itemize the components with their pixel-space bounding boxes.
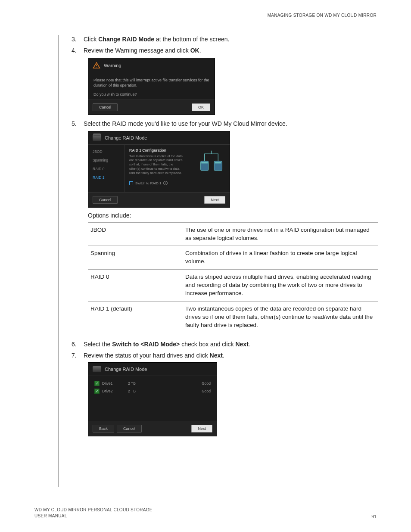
drive-ok-icon: ✓ [94, 389, 100, 394]
cancel-button[interactable]: Cancel [93, 103, 118, 111]
text: Select the [84, 341, 112, 348]
dialog-footer: Back Cancel Next [88, 421, 217, 436]
switch-raid-label: Switch to RAID 1 [135, 181, 161, 185]
dialog-title: Change RAID Mode [105, 135, 147, 140]
raid-config-description: Two instantaneous copies of the data are… [129, 154, 185, 175]
text: . [199, 47, 201, 54]
running-header: MANAGING STORAGE ON WD MY CLOUD MIRROR [34, 13, 377, 18]
step-number: 6. [72, 340, 84, 348]
option-name: JBOD [88, 222, 183, 246]
step-text: Click Change RAID Mode at the bottom of … [84, 35, 377, 44]
drive-size: 2 TB [128, 389, 154, 393]
content-column: 3. Click Change RAID Mode at the bottom … [58, 35, 377, 487]
cancel-button[interactable]: Cancel [93, 196, 118, 204]
text: Review the status of your hard drives an… [84, 352, 210, 359]
page-footer: WD MY CLOUD MIRROR PERSONAL CLOUD STORAG… [34, 507, 377, 519]
dialog-titlebar: Change RAID Mode [88, 363, 217, 376]
footer-subtitle: USER MANUAL [34, 513, 153, 519]
text: at the bottom of the screen. [154, 36, 229, 43]
hdd-icon [93, 366, 101, 372]
drive-row: ✓ Drive2 2 TB Good [94, 387, 211, 395]
step-number: 5. [72, 119, 84, 128]
next-button[interactable]: Next [204, 196, 225, 204]
drive-list: ✓ Drive1 2 TB Good ✓ Drive2 2 TB Good [88, 376, 217, 421]
option-desc: The use of one or more drives not in a R… [183, 222, 378, 246]
text: check box and click [180, 341, 235, 348]
bold-text: OK [190, 47, 199, 54]
warning-icon [93, 62, 100, 69]
table-row: JBOD The use of one or more drives not i… [88, 222, 378, 246]
raid-option-raid0[interactable]: RAID 0 [88, 165, 125, 173]
page-number: 91 [371, 514, 377, 519]
raid-detail-pane: RAID 1 Configuration Two instantaneous c… [125, 145, 230, 192]
text: . [249, 341, 250, 348]
options-caption: Options include: [88, 212, 377, 219]
option-name: Spanning [88, 246, 183, 270]
warning-text: Please note that this will interrupt act… [93, 78, 209, 88]
svg-rect-5 [215, 162, 221, 163]
dialog-body: JBOD Spanning RAID 0 RAID 1 RAID 1 Confi… [88, 145, 230, 192]
dialog-titlebar: Change RAID Mode [88, 131, 230, 145]
text: Click [84, 36, 98, 43]
drive-name: Drive1 [102, 381, 128, 386]
drive-status: Good [202, 389, 211, 393]
dialog-title: Change RAID Mode [105, 367, 147, 372]
table-row: RAID 1 (default) Two instantaneous copie… [88, 301, 378, 333]
step-4: 4. Review the Warning message and click … [72, 46, 377, 55]
raid1-diagram-icon [197, 149, 225, 173]
step-number: 3. [72, 35, 84, 44]
bold-text: Next [210, 352, 223, 359]
step-7: 7. Review the status of your hard drives… [72, 351, 377, 360]
step-number: 7. [72, 351, 84, 360]
svg-point-1 [96, 67, 97, 68]
bold-text: Next [235, 341, 248, 348]
drive-name: Drive2 [102, 389, 128, 393]
text: Review the Warning message and click [84, 47, 190, 54]
info-icon[interactable]: i [163, 181, 168, 185]
raid-option-raid1[interactable]: RAID 1 [88, 173, 125, 182]
step-6: 6. Select the Switch to <RAID Mode> chec… [72, 340, 377, 348]
text: . [223, 352, 224, 359]
step-text: Select the RAID mode you'd like to use f… [84, 119, 377, 128]
step-3: 3. Click Change RAID Mode at the bottom … [72, 35, 377, 44]
drive-ok-icon: ✓ [94, 381, 100, 386]
step-text: Select the Switch to <RAID Mode> check b… [84, 340, 377, 348]
option-name: RAID 0 [88, 270, 183, 302]
raid-option-spanning[interactable]: Spanning [88, 156, 125, 165]
next-button[interactable]: Next [191, 425, 212, 432]
footer-title: WD MY CLOUD MIRROR PERSONAL CLOUD STORAG… [34, 507, 153, 513]
step-text: Review the Warning message and click OK. [84, 46, 377, 55]
warning-dialog: Warning Please note that this will inter… [88, 58, 215, 115]
bold-text: Change RAID Mode [98, 36, 154, 43]
dialog-body: Please note that this will interrupt act… [88, 73, 215, 100]
option-name: RAID 1 (default) [88, 301, 183, 333]
drive-row: ✓ Drive1 2 TB Good [94, 380, 211, 387]
hdd-icon [93, 135, 101, 141]
table-row: RAID 0 Data is striped across multiple h… [88, 270, 378, 302]
dialog-footer: Cancel OK [88, 100, 215, 115]
back-button[interactable]: Back [93, 425, 114, 432]
change-raid-mode-dialog: Change RAID Mode JBOD Spanning RAID 0 RA… [88, 131, 230, 208]
raid-options-table: JBOD The use of one or more drives not i… [88, 222, 378, 333]
drive-status: Good [202, 381, 211, 386]
ok-button[interactable]: OK [192, 103, 210, 111]
option-desc: Data is striped across multiple hard dri… [183, 270, 378, 302]
option-desc: Two instantaneous copies of the data are… [183, 301, 378, 333]
switch-raid-row: Switch to RAID 1 i [129, 181, 225, 185]
cancel-button[interactable]: Cancel [117, 425, 142, 432]
svg-rect-3 [201, 162, 208, 163]
drive-status-dialog: Change RAID Mode ✓ Drive1 2 TB Good ✓ Dr… [88, 362, 217, 436]
bold-text: Switch to <RAID Mode> [112, 341, 180, 348]
option-desc: Combination of drives in a linear fashio… [183, 246, 378, 270]
dialog-titlebar: Warning [88, 58, 215, 73]
raid-option-jbod[interactable]: JBOD [88, 147, 125, 156]
step-number: 4. [72, 46, 84, 55]
dialog-title: Warning [104, 63, 121, 68]
dialog-footer: Cancel Next [88, 192, 230, 207]
switch-raid-checkbox[interactable] [129, 181, 133, 185]
step-text: Review the status of your hard drives an… [84, 351, 377, 360]
raid-mode-list: JBOD Spanning RAID 0 RAID 1 [88, 145, 125, 192]
step-5: 5. Select the RAID mode you'd like to us… [72, 119, 377, 128]
table-row: Spanning Combination of drives in a line… [88, 246, 378, 270]
drive-size: 2 TB [128, 381, 154, 386]
